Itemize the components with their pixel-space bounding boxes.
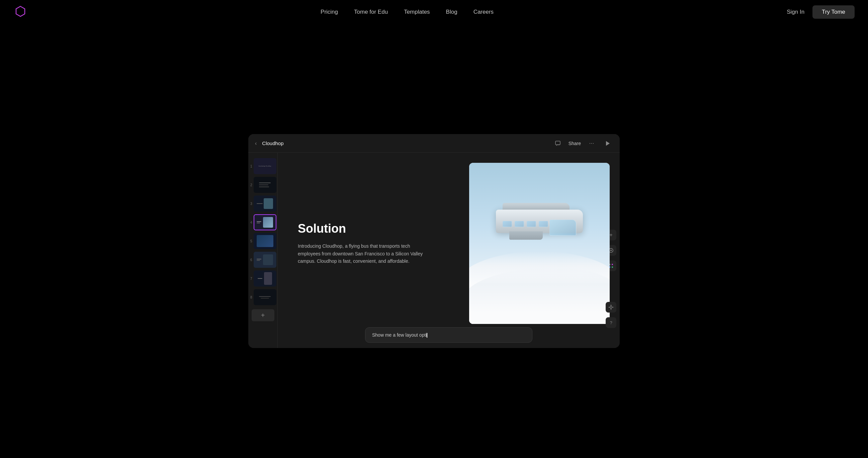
slide-2-line (259, 183, 271, 183)
bus-windshield (550, 220, 576, 236)
back-arrow-icon[interactable]: ‹ (255, 140, 257, 146)
slide-title: Solution (298, 222, 459, 236)
slide-thumbnail-3[interactable] (254, 196, 276, 211)
slide-thumbnail-4[interactable] (254, 214, 276, 230)
share-button[interactable]: Share (568, 141, 581, 146)
slide-body-text: Introducing Cloudhop, a flying bus that … (298, 242, 425, 265)
try-tome-button[interactable]: Try Tome (812, 5, 855, 19)
cursor-blink (427, 333, 427, 338)
slide-thumbnail-7[interactable] (254, 270, 276, 287)
svg-rect-0 (555, 141, 560, 145)
slide-wrapper-8: 8 (250, 289, 276, 305)
slide-5-img (257, 235, 273, 247)
editor-header-left: ‹ Cloudhop (255, 140, 284, 146)
prompt-text-content: Show me a few layout opti (372, 332, 427, 338)
nav-links: Pricing Tome for Edu Templates Blog Care… (320, 9, 494, 15)
slide-sidebar: 1 Introducing Cloudhop 2 (248, 153, 278, 348)
slide-number-4: 4 (250, 221, 252, 224)
nav-blog[interactable]: Blog (446, 9, 458, 15)
slide-thumbnail-8[interactable] (254, 289, 276, 305)
bus-main (496, 209, 583, 233)
slide-left-panel: Solution Introducing Cloudhop, a flying … (284, 160, 469, 327)
help-button[interactable]: ? (606, 317, 616, 328)
slide-number-7: 7 (250, 277, 252, 281)
slide-thumbnail-5[interactable] (254, 233, 276, 249)
slide-wrapper-4: 4 (250, 214, 276, 230)
slide-2-line2 (259, 185, 268, 185)
slide-number-2: 2 (250, 183, 252, 187)
nav-right: Sign In Try Tome (787, 5, 855, 19)
prompt-input-text: Show me a few layout opti (372, 332, 525, 338)
editor-header-right: Share ··· (553, 138, 613, 149)
flying-bus-illustration (469, 163, 610, 324)
bus-window-4 (539, 221, 548, 227)
slide-number-8: 8 (250, 296, 252, 299)
nav-tome-for-edu[interactable]: Tome for Edu (354, 9, 388, 15)
slide-thumbnail-6[interactable] (254, 252, 276, 268)
main-area: ‹ Cloudhop Share ··· (0, 24, 868, 458)
more-options-button[interactable]: ··· (586, 138, 597, 149)
bus-window-3 (527, 221, 536, 227)
slide-3-img (264, 198, 273, 209)
slide-canvas: Solution Introducing Cloudhop, a flying … (284, 160, 613, 327)
slide-thumbnail-2[interactable] (254, 177, 276, 193)
bus-windows (503, 221, 548, 227)
slide-wrapper-5: 5 (250, 233, 276, 249)
editor-header: ‹ Cloudhop Share ··· (248, 134, 620, 153)
slide-2-line3 (259, 187, 269, 187)
bus-window-1 (503, 221, 512, 227)
slide-6-img (263, 254, 273, 265)
bus-fin (509, 231, 543, 240)
prompt-bar-wrapper: Show me a few layout opti (278, 327, 620, 348)
slide-wrapper-3: 3 (250, 196, 276, 211)
slide-number-6: 6 (250, 258, 252, 262)
slide-1-preview-text: Introducing Cloudhop (258, 165, 271, 167)
canvas-area: + (278, 153, 620, 348)
editor-window: ‹ Cloudhop Share ··· (248, 134, 620, 348)
slide-number-1: 1 (250, 164, 252, 168)
editor-title: Cloudhop (262, 140, 283, 146)
slide-number-5: 5 (250, 239, 252, 243)
comment-icon-button[interactable] (553, 138, 563, 149)
play-button[interactable] (602, 138, 613, 149)
prompt-bar[interactable]: Show me a few layout opti (365, 327, 532, 343)
ellipsis-icon: ··· (589, 140, 594, 147)
logo[interactable] (13, 4, 27, 20)
editor-body: 1 Introducing Cloudhop 2 (248, 153, 620, 348)
slide-wrapper-6: 6 (250, 252, 276, 268)
sign-in-link[interactable]: Sign In (787, 9, 804, 15)
navigation: Pricing Tome for Edu Templates Blog Care… (0, 0, 868, 24)
canvas-content: Solution Introducing Cloudhop, a flying … (278, 153, 620, 327)
slide-wrapper-1: 1 Introducing Cloudhop (250, 158, 276, 174)
slide-wrapper-2: 2 (250, 177, 276, 193)
nav-templates[interactable]: Templates (404, 9, 430, 15)
sparkle-button[interactable] (606, 302, 616, 313)
nav-careers[interactable]: Careers (473, 9, 494, 15)
slide-image-panel (469, 163, 610, 324)
slide-3-line (257, 203, 263, 204)
bus-window-2 (515, 221, 524, 227)
bus-body (493, 203, 586, 240)
bottom-right-tools: ? (606, 302, 616, 328)
help-icon: ? (610, 320, 612, 325)
slide-number-3: 3 (250, 202, 252, 206)
slide-wrapper-7: 7 (250, 270, 276, 287)
nav-pricing[interactable]: Pricing (320, 9, 338, 15)
add-slide-button[interactable]: + (252, 309, 274, 321)
slide-thumbnail-1[interactable]: Introducing Cloudhop (254, 158, 276, 174)
